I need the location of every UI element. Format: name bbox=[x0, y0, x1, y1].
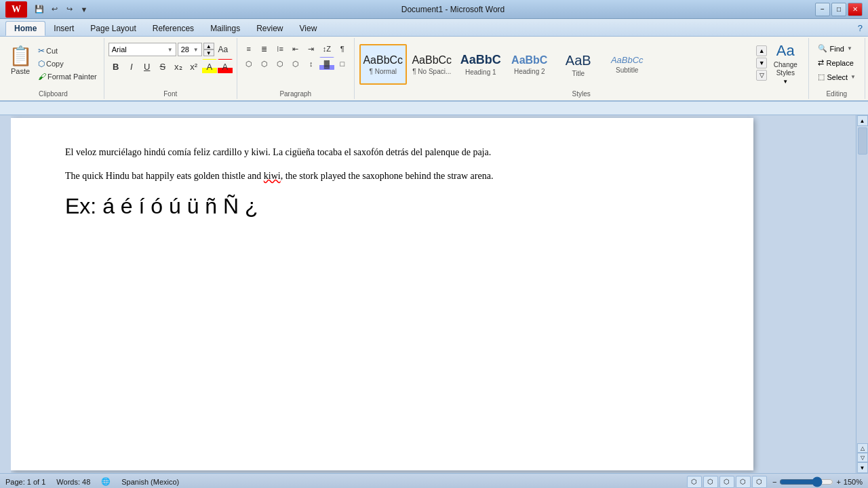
line-spacing-button[interactable]: ↕ bbox=[304, 57, 319, 70]
sort-button[interactable]: ↕Z bbox=[319, 42, 334, 56]
format-painter-button[interactable]: 🖌 Format Painter bbox=[35, 70, 100, 83]
font-name-selector[interactable]: Arial ▼ bbox=[108, 43, 176, 56]
style-heading1[interactable]: AaBbC Heading 1 bbox=[457, 44, 505, 85]
main-content: El veloz murciélago hindú comía feliz ca… bbox=[0, 115, 868, 473]
style-title[interactable]: AaB Title bbox=[555, 44, 602, 85]
style-heading2-preview: AaBbC bbox=[511, 54, 547, 66]
text-highlight-button[interactable]: A bbox=[202, 59, 217, 74]
font-size-increase[interactable]: ▲ bbox=[203, 43, 214, 49]
style-normal-preview: AaBbCc bbox=[363, 54, 403, 66]
strikethrough-button[interactable]: S bbox=[155, 59, 170, 74]
outline-view[interactable]: ⬡ bbox=[736, 476, 751, 488]
style-normal-label: ¶ Normal bbox=[370, 68, 397, 75]
align-left-button[interactable]: ⬡ bbox=[241, 57, 256, 70]
bullet-list-button[interactable]: ≡ bbox=[241, 42, 256, 56]
tab-insert[interactable]: Insert bbox=[45, 21, 82, 36]
tab-view[interactable]: View bbox=[292, 21, 326, 36]
word-count: Words: 48 bbox=[56, 478, 90, 486]
font-size-selector[interactable]: 28 ▼ bbox=[178, 43, 202, 56]
paste-button[interactable]: 📋 Paste bbox=[7, 42, 34, 80]
ribbon: 📋 Paste ✂ Cut ⬡ Copy 🖌 Format Painter bbox=[0, 37, 868, 102]
help-button[interactable]: ? bbox=[852, 20, 868, 36]
subscript-button[interactable]: x₂ bbox=[171, 59, 186, 74]
maximize-button[interactable]: □ bbox=[831, 3, 846, 16]
font-size-adjusters: ▲ ▼ bbox=[203, 43, 214, 56]
minimize-button[interactable]: − bbox=[815, 3, 830, 16]
style-nospacing-label: ¶ No Spaci... bbox=[412, 68, 451, 75]
zoom-in-button[interactable]: + bbox=[836, 478, 840, 486]
tab-references[interactable]: References bbox=[144, 21, 202, 36]
tab-mailings[interactable]: Mailings bbox=[202, 21, 248, 36]
select-button[interactable]: ⬚ Select ▼ bbox=[813, 70, 861, 83]
scroll-page-down[interactable]: ▽ bbox=[857, 453, 868, 462]
underline-button[interactable]: U bbox=[140, 59, 155, 74]
increase-indent-button[interactable]: ⇥ bbox=[304, 42, 319, 56]
styles-scroll-up[interactable]: ▲ bbox=[756, 45, 767, 56]
tab-home[interactable]: Home bbox=[5, 21, 45, 36]
style-heading2[interactable]: AaBbC Heading 2 bbox=[506, 44, 553, 85]
clipboard-group: 📋 Paste ✂ Cut ⬡ Copy 🖌 Format Painter bbox=[3, 38, 104, 99]
clear-format-button[interactable]: Aa bbox=[216, 42, 231, 57]
save-button[interactable]: 💾 bbox=[33, 3, 46, 16]
cut-label: Cut bbox=[46, 47, 58, 55]
tab-page-layout[interactable]: Page Layout bbox=[82, 21, 144, 36]
change-styles-icon: Aa bbox=[776, 42, 795, 60]
border-button[interactable]: □ bbox=[335, 57, 350, 70]
align-center-button[interactable]: ⬡ bbox=[257, 57, 272, 70]
full-reading-view[interactable]: ⬡ bbox=[703, 476, 718, 488]
zoom-out-button[interactable]: − bbox=[772, 478, 776, 486]
copy-label: Copy bbox=[46, 60, 64, 68]
style-normal[interactable]: AaBbCc ¶ Normal bbox=[359, 44, 407, 85]
font-size-decrease[interactable]: ▼ bbox=[203, 49, 214, 56]
find-button[interactable]: 🔍 Find ▼ bbox=[813, 42, 861, 55]
change-styles-dropdown: ▼ bbox=[783, 79, 788, 85]
shading-button[interactable]: ▓ bbox=[319, 57, 334, 70]
paragraph-group: ≡ ≣ ⁞≡ ⇤ ⇥ ↕Z ¶ ⬡ ⬡ ⬡ ⬡ ↕ ▓ □ bbox=[237, 38, 355, 99]
italic-button[interactable]: I bbox=[124, 59, 139, 74]
scroll-down-button[interactable]: ▼ bbox=[857, 462, 868, 473]
style-nospacing[interactable]: AaBbCc ¶ No Spaci... bbox=[408, 44, 456, 85]
multilevel-list-button[interactable]: ⁞≡ bbox=[273, 42, 288, 56]
style-subtitle[interactable]: AaBbCc Subtitle bbox=[604, 44, 651, 85]
text-color-button[interactable]: A bbox=[218, 59, 233, 74]
paragraph-1: El veloz murciélago hindú comía feliz ca… bbox=[65, 145, 699, 159]
document-area[interactable]: El veloz murciélago hindú comía feliz ca… bbox=[11, 115, 856, 473]
scroll-page-up[interactable]: △ bbox=[857, 443, 868, 453]
show-marks-button[interactable]: ¶ bbox=[335, 42, 350, 56]
copy-button[interactable]: ⬡ Copy bbox=[35, 58, 100, 70]
close-button[interactable]: ✕ bbox=[848, 3, 863, 16]
customize-qa-button[interactable]: ▼ bbox=[77, 3, 91, 16]
superscript-button[interactable]: x² bbox=[186, 59, 201, 74]
print-layout-view[interactable]: ⬡ bbox=[687, 476, 702, 488]
editing-label: Editing bbox=[809, 90, 865, 98]
style-title-label: Title bbox=[572, 70, 585, 77]
justify-button[interactable]: ⬡ bbox=[288, 57, 303, 70]
replace-button[interactable]: ⇄ Replace bbox=[813, 56, 861, 69]
styles-group-content: AaBbCc ¶ Normal AaBbCc ¶ No Spaci... AaB… bbox=[359, 39, 804, 98]
align-right-button[interactable]: ⬡ bbox=[273, 57, 288, 70]
web-layout-view[interactable]: ⬡ bbox=[719, 476, 734, 488]
font-label: Font bbox=[104, 90, 237, 98]
ribbon-tabs: Home Insert Page Layout References Maili… bbox=[0, 19, 868, 37]
font-group: Arial ▼ 28 ▼ ▲ ▼ Aa B I U S x₂ x² bbox=[104, 38, 237, 99]
change-styles-button[interactable]: Aa ChangeStyles ▼ bbox=[767, 39, 804, 87]
styles-scroll-down[interactable]: ▼ bbox=[756, 58, 767, 68]
scroll-thumb[interactable] bbox=[858, 127, 867, 155]
styles-more[interactable]: ▽ bbox=[756, 70, 767, 81]
tab-review[interactable]: Review bbox=[248, 21, 291, 36]
find-icon: 🔍 bbox=[818, 44, 827, 53]
zoom-slider[interactable] bbox=[779, 478, 833, 486]
undo-button[interactable]: ↩ bbox=[47, 3, 61, 16]
vertical-scrollbar[interactable]: ▲ △ ▽ ▼ bbox=[856, 115, 868, 473]
decrease-indent-button[interactable]: ⇤ bbox=[288, 42, 303, 56]
font-format-row: B I U S x₂ x² A A bbox=[108, 59, 233, 74]
scroll-up-button[interactable]: ▲ bbox=[857, 115, 868, 126]
status-bar-left: Page: 1 of 1 Words: 48 🌐 Spanish (Mexico… bbox=[5, 477, 179, 486]
zoom-control: − + 150% bbox=[772, 478, 863, 486]
redo-button[interactable]: ↪ bbox=[62, 3, 76, 16]
numbered-list-button[interactable]: ≣ bbox=[257, 42, 272, 56]
bold-button[interactable]: B bbox=[108, 59, 123, 74]
cut-button[interactable]: ✂ Cut bbox=[35, 45, 100, 57]
draft-view[interactable]: ⬡ bbox=[752, 476, 767, 488]
select-icon: ⬚ bbox=[818, 73, 825, 81]
